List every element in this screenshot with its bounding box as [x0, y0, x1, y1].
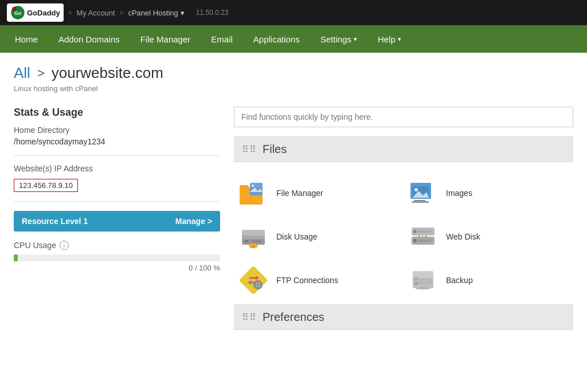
web-disk-label: Web Disk: [446, 232, 480, 241]
svg-rect-49: [416, 288, 430, 289]
disk-usage-label: Disk Usage: [276, 232, 318, 241]
nav-bar: Home Addon Domains File Manager Email Ap…: [0, 25, 587, 53]
stats-heading: Stats & Usage: [14, 107, 220, 119]
svg-point-3: [13, 8, 15, 10]
page-title: yourwebsite.com: [52, 64, 163, 82]
ip-section: Website(s) IP Address 123.456.78.9.10: [14, 164, 220, 192]
svg-point-18: [244, 240, 249, 242]
svg-point-41: [256, 283, 260, 287]
logo-area: Go GoDaddy » My Account » cPanel Hosting…: [7, 3, 229, 22]
cpu-info-icon[interactable]: i: [60, 241, 69, 250]
top-bar: Go GoDaddy » My Account » cPanel Hosting…: [0, 0, 587, 25]
my-account-link[interactable]: My Account: [76, 9, 115, 17]
files-section-header: ⠿⠿ Files: [234, 136, 573, 162]
nav-file-manager[interactable]: File Manager: [130, 25, 201, 53]
right-panel: ⠿⠿ Files: [234, 107, 573, 339]
divider-2: [14, 201, 220, 202]
files-items-grid: File Manager Images: [234, 171, 573, 302]
svg-rect-5: [240, 185, 249, 190]
ftp-icon: [238, 265, 268, 295]
divider-1: [14, 155, 220, 156]
main-content: All > yourwebsite.com Linux hosting with…: [0, 53, 587, 351]
svg-point-27: [413, 239, 417, 242]
godaddy-logo[interactable]: Go GoDaddy: [7, 3, 64, 22]
breadcrumb-sep-1: »: [68, 9, 72, 17]
ip-label: Website(s) IP Address: [14, 164, 220, 173]
svg-rect-25: [418, 230, 431, 233]
left-panel: Stats & Usage Home Directory /home/synco…: [14, 107, 220, 339]
backup-label: Backup: [446, 276, 473, 285]
svg-point-24: [413, 230, 417, 233]
preferences-section-header: ⠿⠿ Preferences: [234, 304, 573, 330]
web-disk-icon: [408, 222, 438, 252]
nav-home[interactable]: Home: [5, 25, 48, 53]
svg-point-46: [414, 277, 418, 279]
svg-point-12: [414, 188, 418, 191]
page-subtitle: Linux hosting with cPanel: [14, 84, 573, 93]
file-manager-label: File Manager: [276, 189, 323, 198]
svg-point-8: [252, 185, 254, 187]
search-input[interactable]: [234, 107, 573, 127]
images-item[interactable]: Images: [404, 171, 573, 215]
logo-icon: Go: [10, 5, 25, 20]
nav-applications[interactable]: Applications: [243, 25, 310, 53]
cpanel-hosting-link[interactable]: cPanel Hosting ▾: [128, 9, 184, 17]
nav-settings[interactable]: Settings ▾: [310, 25, 367, 53]
svg-rect-30: [425, 236, 426, 238]
web-disk-item[interactable]: Web Disk: [404, 215, 573, 258]
svg-rect-29: [418, 236, 420, 238]
nav-email[interactable]: Email: [201, 25, 243, 53]
nav-help[interactable]: Help ▾: [367, 25, 412, 53]
backup-icon: [408, 265, 438, 295]
nav-addon-domains[interactable]: Addon Domains: [48, 25, 130, 53]
main-layout: Stats & Usage Home Directory /home/synco…: [14, 107, 573, 339]
svg-rect-16: [242, 230, 265, 236]
resource-level-bar[interactable]: Resource Level 1 Manage >: [14, 211, 220, 232]
all-link[interactable]: All: [14, 64, 30, 82]
breadcrumb-arrow: >: [37, 66, 45, 81]
home-dir-label: Home Directory: [14, 126, 220, 135]
logo-text: GoDaddy: [27, 9, 60, 17]
files-section-name: Files: [263, 143, 287, 156]
svg-rect-14: [412, 201, 429, 203]
disk-usage-item[interactable]: Disk Usage: [234, 215, 404, 258]
ftp-item[interactable]: FTP Connections: [234, 258, 404, 302]
file-manager-icon: [238, 178, 268, 208]
svg-text:Go: Go: [14, 10, 22, 16]
svg-rect-32: [239, 266, 268, 295]
preferences-section-dots: ⠿⠿: [242, 312, 257, 323]
cpu-usage-label: CPU Usage i: [14, 241, 220, 250]
resource-label: Resource Level 1: [22, 217, 88, 226]
files-section-dots: ⠿⠿: [242, 144, 257, 155]
manage-link[interactable]: Manage >: [175, 217, 212, 226]
home-dir-section: Home Directory /home/syncodaymay1234: [14, 126, 220, 146]
version-number: 11.50.0.23: [196, 9, 229, 17]
file-manager-item[interactable]: File Manager: [234, 171, 404, 215]
disk-usage-icon: [238, 222, 268, 252]
breadcrumb-sep-2: »: [120, 9, 124, 17]
svg-point-47: [414, 283, 418, 285]
cpu-usage-text: 0 / 100 %: [14, 264, 220, 272]
images-label: Images: [446, 189, 472, 198]
cpu-bar-fill: [14, 254, 18, 261]
cpu-bar-container: [14, 254, 220, 261]
preferences-section-name: Preferences: [263, 311, 324, 324]
svg-rect-31: [422, 236, 423, 238]
images-icon: [408, 178, 438, 208]
svg-rect-19: [251, 240, 261, 242]
breadcrumb: All > yourwebsite.com: [14, 64, 573, 82]
svg-rect-44: [414, 279, 432, 281]
svg-rect-28: [418, 240, 431, 242]
ftp-label: FTP Connections: [276, 276, 338, 285]
svg-point-22: [252, 245, 255, 248]
ip-value[interactable]: 123.456.78.9.10: [14, 179, 78, 192]
backup-item[interactable]: Backup: [404, 258, 573, 302]
home-dir-value: /home/syncodaymay1234: [14, 137, 220, 146]
